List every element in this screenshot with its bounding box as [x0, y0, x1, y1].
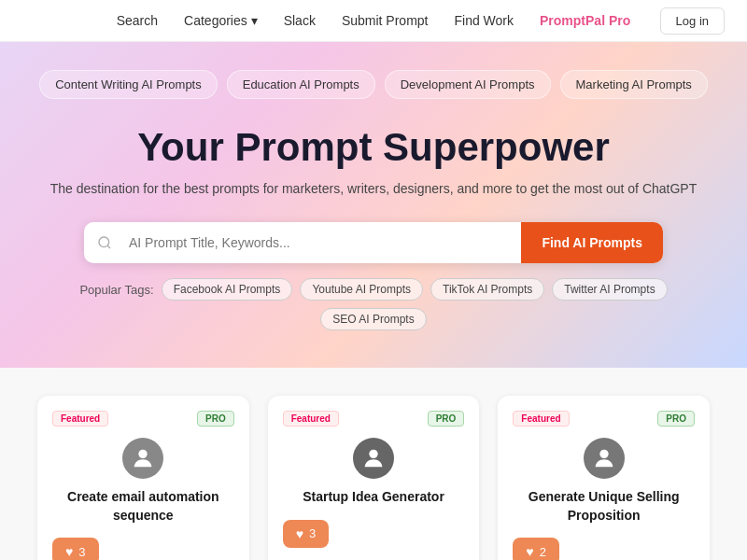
nav-search[interactable]: Search	[117, 13, 158, 28]
card-badges: Featured PRO	[52, 411, 234, 427]
hero-subtitle: The destination for the best prompts for…	[37, 181, 710, 196]
svg-point-2	[139, 450, 148, 458]
avatar	[353, 438, 394, 479]
card-item: Featured PRO Startup Idea Generator ♥ 3	[268, 396, 480, 560]
like-button[interactable]: ♥ 3	[52, 538, 99, 560]
svg-point-3	[369, 450, 377, 458]
nav-find-work[interactable]: Find Work	[454, 13, 514, 28]
avatar	[584, 438, 625, 479]
search-icon	[84, 222, 112, 263]
popular-tags-label: Popular Tags:	[79, 283, 153, 297]
login-button[interactable]: Log in	[660, 7, 725, 35]
hero-section: Content Writing AI Prompts Education AI …	[0, 42, 747, 368]
nav-slack[interactable]: Slack	[284, 13, 316, 28]
card-footer: ♥ 3	[52, 538, 234, 560]
card-title: Startup Idea Generator	[283, 488, 465, 507]
pop-tag-facebook[interactable]: Facebook AI Prompts	[162, 278, 293, 301]
popular-tags-container: Popular Tags: Facebook AI Prompts Youtub…	[37, 278, 710, 330]
card-item: Featured PRO Create email automation seq…	[37, 396, 249, 560]
nav-categories[interactable]: Categories ▾	[184, 13, 258, 28]
cards-grid: Featured PRO Create email automation seq…	[37, 396, 710, 560]
card-footer: ♥ 3	[283, 520, 465, 548]
card-badges: Featured PRO	[513, 411, 695, 427]
nav-links: Search Categories ▾ Slack Submit Prompt …	[117, 13, 631, 28]
like-count: 3	[78, 545, 85, 559]
heart-icon: ♥	[296, 526, 303, 541]
badge-pro: PRO	[657, 411, 695, 427]
tag-pill-education[interactable]: Education AI Prompts	[227, 70, 375, 99]
card-badges: Featured PRO	[283, 411, 465, 427]
svg-point-4	[599, 450, 608, 458]
tag-pill-marketing[interactable]: Marketing AI Prompts	[560, 70, 708, 99]
badge-featured: Featured	[513, 411, 569, 427]
heart-icon: ♥	[65, 544, 73, 559]
tag-pill-development[interactable]: Development AI Prompts	[385, 70, 551, 99]
search-bar: Find AI Prompts	[84, 222, 663, 263]
pop-tag-youtube[interactable]: Youtube AI Prompts	[300, 278, 423, 301]
badge-pro: PRO	[428, 411, 465, 427]
nav-submit-prompt[interactable]: Submit Prompt	[342, 13, 429, 28]
pop-tag-twitter[interactable]: Twitter AI Prompts	[552, 278, 667, 301]
nav-promptpal-pro[interactable]: PromptPal Pro	[540, 13, 630, 28]
like-button[interactable]: ♥ 3	[283, 520, 330, 548]
card-title: Create email automation sequence	[52, 488, 234, 525]
tag-pill-content-writing[interactable]: Content Writing AI Prompts	[39, 70, 218, 99]
card-item: Featured PRO Generate Unique Selling Pro…	[498, 396, 710, 560]
search-button[interactable]: Find AI Prompts	[521, 222, 663, 263]
heart-icon: ♥	[526, 544, 533, 559]
card-footer: ♥ 2	[513, 538, 695, 560]
badge-featured: Featured	[52, 411, 108, 427]
like-count: 2	[540, 545, 546, 559]
hero-title: Your Prompt Superpower	[37, 125, 710, 170]
card-title: Generate Unique Selling Proposition	[513, 488, 695, 525]
like-count: 3	[309, 526, 316, 540]
pop-tag-tiktok[interactable]: TikTok AI Prompts	[430, 278, 544, 301]
badge-pro: PRO	[197, 411, 234, 427]
svg-point-0	[99, 237, 109, 247]
svg-line-1	[107, 245, 110, 248]
badge-featured: Featured	[283, 411, 339, 427]
pop-tag-seo[interactable]: SEO AI Prompts	[320, 308, 426, 330]
navbar: Search Categories ▾ Slack Submit Prompt …	[0, 0, 747, 42]
like-button[interactable]: ♥ 2	[513, 538, 559, 560]
search-input[interactable]	[112, 222, 521, 263]
tag-pills-container: Content Writing AI Prompts Education AI …	[37, 70, 710, 99]
avatar	[122, 438, 163, 479]
cards-section: Featured PRO Create email automation seq…	[0, 368, 747, 560]
